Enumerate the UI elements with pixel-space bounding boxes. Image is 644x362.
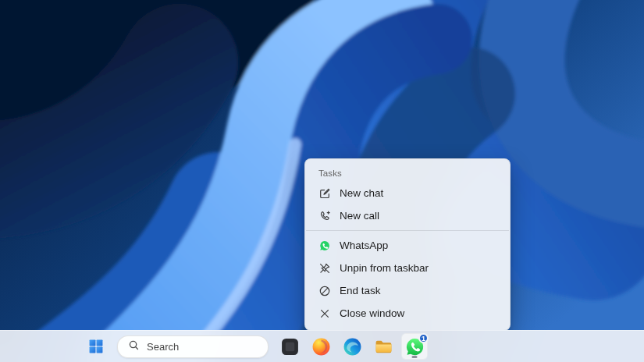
start-button[interactable] [83,333,109,360]
menu-item-new-chat[interactable]: New chat [305,182,510,204]
search-icon [128,339,140,353]
menu-item-label: Unpin from taskbar [340,262,429,274]
desktop: Tasks New chat New call [0,0,644,362]
menu-item-label: New chat [340,187,383,199]
menu-item-label: New call [340,210,379,222]
whatsapp-notification-badge: 1 [418,333,429,343]
taskbar-search[interactable]: Search [117,335,269,358]
menu-item-whatsapp[interactable]: WhatsApp [305,234,510,257]
menu-item-unpin-from-taskbar[interactable]: Unpin from taskbar [305,257,510,279]
menu-item-new-call[interactable]: New call [305,204,510,227]
taskbar-icon-file-explorer[interactable] [370,333,397,360]
jumplist-section-label: Tasks [305,162,510,182]
close-icon [318,307,331,320]
taskbar-icon-group: Search [0,333,428,360]
end-task-icon [318,285,331,297]
call-add-icon [318,210,331,222]
taskbar-icon-edge[interactable] [339,333,365,360]
taskbar-jumplist-menu: Tasks New chat New call [304,158,511,331]
taskbar-icon-firefox[interactable] [308,333,334,360]
compose-icon [318,187,331,200]
menu-item-label: WhatsApp [340,240,388,251]
unpin-icon [318,262,331,275]
search-label: Search [147,341,179,353]
taskbar-icon-dark-app[interactable] [276,333,303,360]
dark-app-icon [280,337,300,357]
windows-start-icon [89,339,103,353]
menu-item-close-window[interactable]: Close window [305,302,510,325]
whatsapp-icon [318,240,331,252]
menu-item-label: End task [340,285,381,296]
menu-item-label: Close window [340,307,404,319]
taskbar: Search [0,330,644,362]
menu-item-end-task[interactable]: End task [305,279,510,302]
taskbar-icon-whatsapp[interactable]: 1 [401,333,428,360]
firefox-icon [311,337,331,357]
menu-separator [306,230,509,231]
folder-icon [374,337,393,357]
edge-icon [343,337,362,357]
running-app-indicator [412,356,418,358]
